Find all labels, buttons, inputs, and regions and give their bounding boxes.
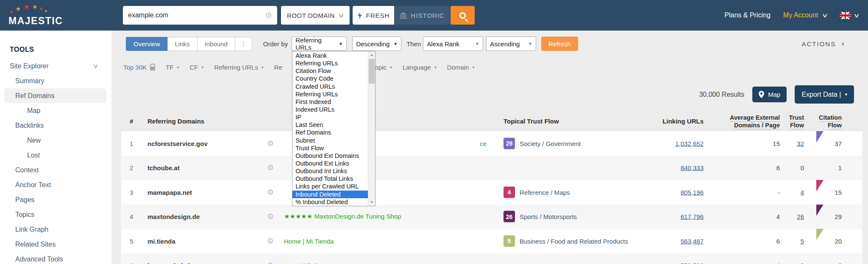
scrollbar-thumb[interactable] [369,59,375,84]
referring-domain-link[interactable]: maxtondesign.de [147,213,200,220]
domain-search-input[interactable] [128,11,265,19]
row-settings-gear-icon[interactable]: ⚙ [267,188,274,197]
sidebar-item[interactable]: Anchor Text [0,177,108,192]
filter-item[interactable]: Top 30K [123,64,155,71]
dropdown-option[interactable]: Country Code [292,75,368,82]
view-tab[interactable]: ⋮ [235,37,252,51]
trust-flow-value[interactable]: 5 [801,237,804,244]
sidebar-item[interactable]: Lost [0,148,108,163]
option-label: Inbound Deleted [295,191,340,198]
col-header-trust-flow[interactable]: Trust Flow [789,114,804,129]
actions-menu[interactable]: ACTIONS ∨ [802,40,845,48]
linking-urls-link[interactable]: 805,196 [681,188,704,196]
dropdown-option[interactable]: Ref Domains [292,129,368,136]
refresh-button[interactable]: Refresh [541,37,578,51]
dropdown-option[interactable]: Referring URLs [292,59,368,67]
dropdown-option[interactable]: Crawled URLs [292,83,368,90]
trust-flow-value[interactable]: 26 [797,213,804,220]
order-direction-select[interactable]: Descending ▼ [352,37,401,51]
my-account-menu[interactable]: My Account ∨ [783,11,827,19]
dropdown-option[interactable]: Outbound Ext Domains [292,152,368,160]
scroll-down-icon[interactable]: ▼ [368,200,375,204]
col-header-avg-external-domains[interactable]: Average External Domains / Page [730,114,780,129]
row-settings-gear-icon[interactable]: ⚙ [267,212,274,221]
filter-item[interactable]: Domain ▾ [447,64,475,71]
trust-flow-value[interactable]: 0 [801,262,804,264]
row-settings-gear-icon[interactable]: ⚙ [267,163,274,172]
map-button[interactable]: Map [752,87,787,102]
col-header-linking-urls[interactable]: Linking URLs [662,118,704,125]
sidebar-item[interactable]: Summary [0,73,108,88]
search-submit-button[interactable] [451,6,475,25]
sidebar-item[interactable]: Topics [0,207,108,222]
dropdown-option[interactable]: Referring URLs [292,90,368,98]
view-tab[interactable]: Links [167,37,198,51]
trust-flow-value[interactable]: 4 [801,188,804,196]
dropdown-option[interactable]: Last Seen [292,121,368,129]
dropdown-option[interactable]: Inbound Deleted [292,191,368,198]
referring-domain-link[interactable]: lunamoebel.ch [147,262,192,264]
language-selector[interactable]: ∨ [840,12,859,19]
row-settings-gear-icon[interactable]: ⚙ [267,236,274,246]
sidebar-item[interactable]: Pages [0,192,108,207]
order-by-select[interactable]: Referring URLs ▼ Alexa Rank Referring UR… [292,37,347,51]
dropdown-option[interactable]: Outbound Ext Links [292,160,368,167]
dropdown-option[interactable]: Outbound Int Links [292,167,368,175]
row-settings-gear-icon[interactable]: ⚙ [267,261,274,264]
sidebar-item[interactable]: Context [0,163,108,177]
scroll-up-icon[interactable]: ▲ [368,53,375,57]
filter-item[interactable]: CF ▾ [189,64,203,71]
dropdown-option[interactable]: Alexa Rank [292,52,368,59]
sidebar-item[interactable]: Ref Domains [4,88,106,103]
linking-urls-link[interactable]: 840,333 [681,164,704,171]
topic-corner-flag [816,205,823,216]
fresh-index-button[interactable]: FRESH [353,6,394,25]
dropdown-scrollbar[interactable]: ▲ ▼ [368,51,375,206]
sidebar-item[interactable]: Related Sites [0,237,108,252]
referring-domain-link[interactable]: mamapapa.net [147,188,192,196]
site-title-link[interactable]: Luna Möbel [284,262,317,264]
plans-pricing-link[interactable]: Plans & Pricing [724,11,771,19]
site-title-link[interactable]: ★★★★★ MaxtonDesign.de Tuning Shop [284,213,401,220]
col-header-citation-flow[interactable]: Citation Flow [819,114,842,129]
then-order-select[interactable]: Alexa Rank ▼ [423,37,483,51]
dropdown-option[interactable]: Citation Flow [292,67,368,75]
referring-domain-link[interactable]: ncforestservice.gov [147,140,208,147]
dropdown-option[interactable]: % Inbound Deleted [292,198,368,206]
dropdown-option[interactable]: IP [292,113,368,121]
index-type-select[interactable]: ROOT DOMAIN ∨ [281,6,350,25]
then-direction-select[interactable]: Ascending ▼ [486,37,536,51]
linking-urls-link[interactable]: 563,487 [681,237,704,244]
filter-item[interactable]: Language ▾ [403,64,437,71]
trust-flow-value[interactable]: 0 [801,164,804,171]
search-settings-gear-icon[interactable]: ⚙ [265,11,272,20]
tab-label: Links [175,40,190,48]
view-tab[interactable]: Overview [126,37,168,51]
dropdown-option[interactable]: Subnet [292,137,368,144]
dropdown-option[interactable]: Trust Flow [292,144,368,152]
sidebar-item[interactable]: New [0,133,108,148]
site-title-link[interactable]: Home | Mi.Tienda [284,237,334,244]
sidebar-item[interactable]: Link Graph [0,222,108,237]
referring-domain-link[interactable]: mi.tienda [147,237,175,244]
majestic-logo[interactable]: ★ ★ ★ ★ ★ ★ MAJESTIC [8,3,110,27]
sidebar-item[interactable]: Map [0,103,108,118]
export-data-button[interactable]: Export Data | ▾ [795,85,854,104]
row-settings-gear-icon[interactable]: ⚙ [267,139,274,148]
linking-urls-link[interactable]: 559,568 [681,262,704,264]
linking-urls-link[interactable]: 617,796 [681,213,704,220]
sidebar-item[interactable]: Site Explorer ∨ [0,59,108,73]
sidebar-item[interactable]: Advanced Tools [0,252,108,264]
dropdown-option[interactable]: First Indexed [292,98,368,106]
filter-item[interactable]: Referring URLs ▾ [214,64,263,71]
filter-item[interactable]: TF ▾ [166,64,179,71]
linking-urls-link[interactable]: 1,032,652 [675,140,704,147]
trust-flow-value[interactable]: 32 [797,140,804,147]
sidebar-item[interactable]: Backlinks [0,118,108,133]
dropdown-option[interactable]: Outbound Total Links [292,175,368,183]
view-tab[interactable]: Inbound [197,37,235,51]
historic-index-button[interactable]: HISTORIC [395,6,450,25]
dropdown-option[interactable]: Indexed URLs [292,106,368,113]
referring-domain-link[interactable]: tchoube.at [147,164,180,171]
dropdown-option[interactable]: Links per Crawled URL [292,183,368,190]
